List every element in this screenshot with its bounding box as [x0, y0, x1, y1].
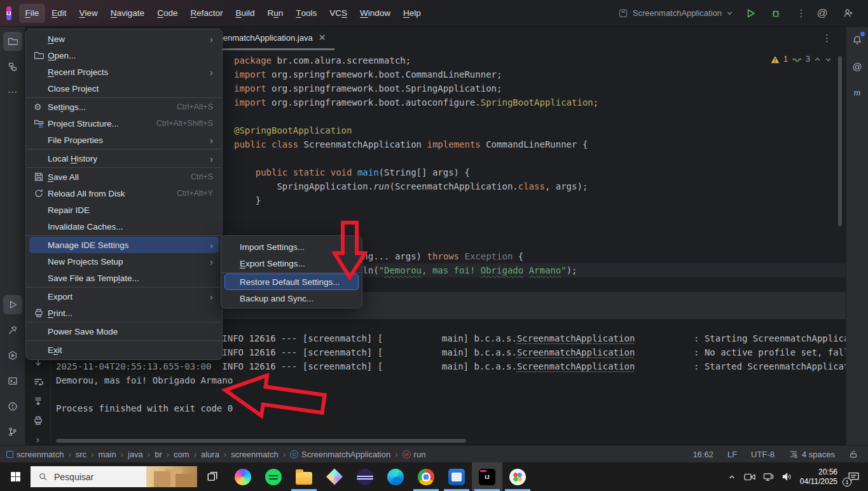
file-menu-item-close-project[interactable]: Close Project	[29, 80, 219, 97]
breadcrumb-item-alura[interactable]: alura	[201, 450, 219, 459]
file-menu-item-new[interactable]: New›	[29, 31, 219, 47]
taskbar-eclipse[interactable]	[350, 462, 380, 491]
tool-window-button-terminal[interactable]	[3, 371, 22, 391]
code-with-me-icon[interactable]: @	[809, 4, 835, 23]
breadcrumb-item-java[interactable]: java	[128, 450, 143, 459]
caret-position[interactable]: 16:62	[692, 450, 713, 459]
print-console-icon[interactable]	[31, 415, 45, 426]
file-menu-item-recent-projects[interactable]: Recent Projects›	[29, 64, 219, 80]
tray-chevron-up-icon[interactable]	[727, 473, 736, 481]
search-icon[interactable]	[860, 4, 868, 23]
close-tab-icon[interactable]: ✕	[319, 32, 326, 43]
tool-window-button-ai-assistant[interactable]: @	[848, 57, 867, 76]
menubar-item-navigate[interactable]: Navigate	[104, 4, 151, 23]
breadcrumb-item-screenmatch[interactable]: screenmatch	[231, 450, 278, 459]
more-actions-button[interactable]: ⋮	[793, 5, 809, 22]
file-menu-item-print[interactable]: Print...	[29, 305, 219, 321]
volume-icon[interactable]	[782, 472, 792, 481]
file-menu-item-local-history[interactable]: Local History›	[29, 150, 219, 167]
line-separator[interactable]: LF	[727, 450, 737, 459]
file-menu-item-save-all[interactable]: Save AllCtrl+S	[29, 169, 219, 185]
menubar-item-window[interactable]: Window	[354, 4, 397, 23]
menubar-item-tools[interactable]: Tools	[289, 4, 323, 23]
taskbar-chrome[interactable]	[411, 462, 441, 491]
menubar-item-build[interactable]: Build	[229, 4, 261, 23]
search-daily-image[interactable]	[146, 466, 197, 487]
taskbar-unity-hub[interactable]	[319, 462, 350, 491]
file-menu-item-project-structure[interactable]: Project Structure...Ctrl+Alt+Shift+S	[29, 115, 219, 132]
tool-window-button-structure[interactable]	[3, 57, 22, 76]
next-problem-icon[interactable]	[825, 56, 832, 63]
taskbar-spotify[interactable]	[258, 462, 289, 491]
tab-options-icon[interactable]: ⋮	[822, 32, 832, 44]
file-menu-item-invalidate-caches[interactable]: Invalidate Caches...	[29, 218, 219, 235]
prev-problem-icon[interactable]	[814, 56, 821, 63]
tool-window-button-services[interactable]	[3, 346, 22, 365]
file-menu-item-settings[interactable]: ⚙Settings...Ctrl+Alt+S	[29, 99, 219, 115]
file-menu-item-save-file-as-template[interactable]: Save File as Template...	[29, 270, 219, 286]
file-menu-item-export[interactable]: Export›	[29, 288, 219, 305]
tool-window-button-problems[interactable]	[3, 397, 22, 416]
console-scrollbar[interactable]	[56, 439, 466, 443]
tool-window-button-project[interactable]	[3, 32, 22, 51]
menubar-item-edit[interactable]: Edit	[45, 4, 72, 23]
lock-icon[interactable]	[849, 450, 858, 459]
taskbar-clock[interactable]: 20:56 04/11/2025	[800, 467, 837, 487]
breadcrumb-item-screenmatchapplication[interactable]: CScreenmatchApplication	[290, 450, 390, 459]
console-class-link[interactable]: ScreenmatchApplication	[517, 333, 635, 343]
run-button[interactable]	[742, 5, 759, 22]
file-menu-item-power-save-mode[interactable]: Power Save Mode	[29, 323, 219, 340]
tool-window-button-maven[interactable]: m	[848, 83, 867, 102]
taskbar-intellij-idea[interactable]: IJ	[472, 462, 502, 491]
editor-scrollbar[interactable]	[838, 56, 842, 226]
file-encoding[interactable]: UTF-8	[751, 450, 775, 459]
file-menu-item-manage-ide-settings[interactable]: Manage IDE Settings›	[29, 237, 219, 253]
debug-button[interactable]	[768, 5, 784, 22]
expand-icon[interactable]: ›	[31, 434, 45, 445]
start-button[interactable]	[0, 462, 31, 491]
inspection-widget[interactable]: 1 3	[771, 55, 832, 64]
menubar-item-view[interactable]: View	[73, 4, 104, 23]
menubar-item-refactor[interactable]: Refactor	[184, 4, 229, 23]
scroll-to-end-icon[interactable]	[31, 395, 45, 406]
taskbar-search-input[interactable]: Pesquisar	[31, 466, 197, 487]
menubar-item-file[interactable]: File	[19, 4, 46, 23]
menubar-item-code[interactable]: Code	[151, 4, 184, 23]
tool-window-button-build[interactable]	[3, 321, 22, 340]
console-class-link[interactable]: ScreenmatchApplication	[517, 347, 635, 357]
menubar-item-help[interactable]: Help	[397, 4, 427, 23]
breadcrumb-item-src[interactable]: src	[76, 450, 86, 459]
breadcrumb-item-com[interactable]: com	[174, 450, 189, 459]
taskbar-copilot[interactable]	[228, 462, 258, 491]
console-class-link[interactable]: ScreenmatchApplication	[517, 361, 635, 371]
run-configuration-selector[interactable]: ScreenmatchApplication	[618, 8, 733, 18]
meet-now-icon[interactable]	[744, 473, 755, 481]
tool-window-button-notifications[interactable]	[848, 31, 867, 50]
indent-setting[interactable]: 4 spaces	[789, 450, 835, 459]
tool-window-button-run[interactable]	[3, 295, 22, 314]
soft-wrap-icon[interactable]	[31, 376, 45, 387]
add-user-icon[interactable]	[835, 4, 860, 23]
taskbar-media-app[interactable]	[441, 462, 472, 491]
tool-window-button-more-tool-windows[interactable]: ⋯	[3, 83, 22, 102]
breadcrumb-item-main[interactable]: main	[98, 450, 116, 459]
breadcrumb-item-run[interactable]: mrun	[403, 450, 426, 459]
tool-window-button-version-control[interactable]	[3, 422, 22, 441]
file-menu-item-file-properties[interactable]: File Properties›	[29, 132, 219, 148]
submenu-item-backup-and-sync[interactable]: Backup and Sync...	[224, 290, 359, 307]
breadcrumb-item-screenmatch[interactable]: screenmatch	[6, 450, 64, 459]
file-menu-item-repair-ide[interactable]: Repair IDE	[29, 202, 219, 218]
taskbar-paint[interactable]	[502, 462, 533, 491]
file-menu-item-reload-all-from-disk[interactable]: Reload All from DiskCtrl+Alt+Y	[29, 185, 219, 202]
menubar-item-run[interactable]: Run	[261, 4, 289, 23]
file-menu-item-exit[interactable]: Exit	[29, 342, 219, 358]
menubar-item-vcs[interactable]: VCS	[323, 4, 354, 23]
taskbar-task-view[interactable]	[197, 462, 228, 491]
taskbar-edge[interactable]	[380, 462, 411, 491]
taskbar-file-explorer[interactable]	[289, 462, 319, 491]
network-icon[interactable]	[763, 472, 774, 481]
file-menu-item-new-projects-setup[interactable]: New Projects Setup›	[29, 253, 219, 270]
breadcrumb-item-br[interactable]: br	[155, 450, 162, 459]
notification-center-icon[interactable]: 1	[845, 469, 862, 485]
file-menu-item-open[interactable]: Open...	[29, 47, 219, 64]
